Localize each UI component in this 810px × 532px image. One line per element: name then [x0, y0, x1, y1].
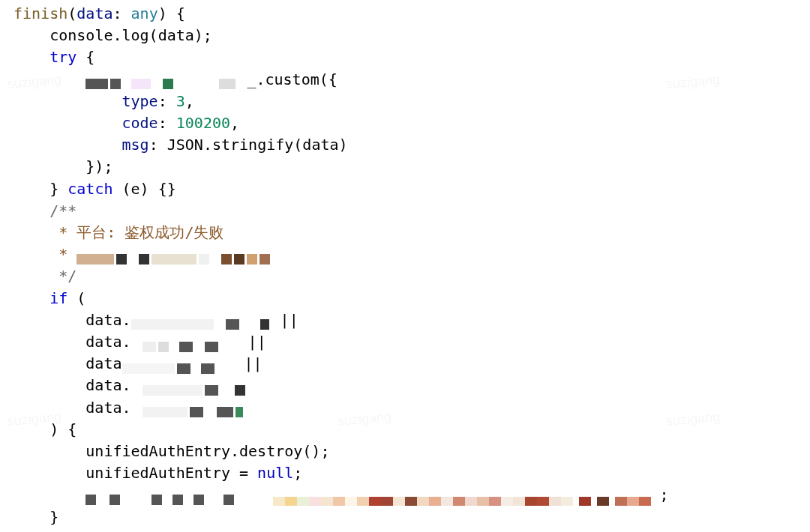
token-brace: { — [76, 48, 94, 66]
code-line-16: data. || — [14, 331, 796, 353]
censored-block — [86, 489, 236, 500]
code-line-13: */ — [14, 265, 796, 287]
code-line-22: unifiedAuthEntry = null; — [14, 462, 796, 484]
token-data: data. — [86, 399, 130, 417]
token-param: data — [76, 4, 112, 22]
token-type: any — [131, 4, 158, 22]
code-line-23: ; — [14, 484, 796, 506]
code-line-9: } catch (e) {} — [14, 178, 796, 200]
censored-block — [131, 380, 248, 390]
token-close: }); — [86, 157, 112, 175]
code-line-18: data. — [14, 375, 796, 396]
censored-block — [131, 336, 239, 347]
token-null: null — [257, 464, 293, 482]
code-line-1: finish(data: any) { — [14, 3, 796, 25]
token-call: JSON.stringify(data) — [167, 136, 348, 154]
token-comment-cn: * 平台: 鉴权成功/失败 — [50, 223, 224, 241]
code-line-24: } — [14, 507, 796, 528]
censored-block — [76, 249, 272, 259]
token-data: data. — [86, 376, 130, 394]
code-line-15: data. || — [14, 309, 796, 331]
code-line-6: code: 100200, — [14, 112, 796, 134]
token-close: ) { — [50, 420, 76, 438]
token-paren: ( — [68, 289, 86, 307]
token-brace: } — [50, 508, 58, 526]
token-prop: type — [122, 92, 158, 110]
token-num: 3 — [176, 92, 185, 110]
token-assign: unifiedAuthEntry = — [86, 464, 257, 482]
token-destroy: unifiedAuthEntry.destroy(); — [86, 442, 329, 460]
token-num: 100200 — [176, 114, 230, 132]
code-block: finish(data: any) { console.log(data); t… — [14, 3, 796, 528]
code-line-20: ) { — [14, 419, 796, 441]
token-or: || — [239, 333, 266, 351]
token-data: data. — [86, 311, 130, 329]
token-or: || — [236, 354, 262, 372]
code-line-8: }); — [14, 156, 796, 178]
censored-block — [122, 358, 236, 369]
code-line-17: data || — [14, 353, 796, 375]
token-console: console.log(data); — [50, 26, 212, 44]
censored-block — [131, 314, 272, 324]
code-line-4: _.custom({ — [14, 69, 796, 91]
token-or: || — [272, 311, 298, 329]
token-comment-prefix: * — [50, 245, 76, 263]
token-finish: finish — [14, 4, 68, 22]
token-semi: ; — [660, 486, 669, 504]
code-line-19: data. — [14, 397, 796, 419]
token-comment: /** — [50, 202, 76, 220]
code-line-14: if ( — [14, 288, 796, 309]
token-custom: .custom({ — [256, 70, 337, 88]
token-try: try — [50, 48, 76, 66]
token-data: data. — [86, 333, 130, 351]
censored-block — [131, 402, 245, 412]
code-line-12: * — [14, 244, 796, 265]
token-if: if — [50, 289, 68, 307]
token-comment: */ — [50, 267, 76, 285]
code-line-10: /** — [14, 200, 796, 222]
token-data: data — [86, 354, 122, 372]
code-line-3: try { — [14, 46, 796, 68]
code-line-5: type: 3, — [14, 91, 796, 112]
code-line-11: * 平台: 鉴权成功/失败 — [14, 222, 796, 244]
censored-block — [86, 73, 238, 84]
token-prop: code — [122, 114, 158, 132]
code-line-21: unifiedAuthEntry.destroy(); — [14, 441, 796, 462]
code-line-7: msg: JSON.stringify(data) — [14, 134, 796, 156]
token-prop: msg — [122, 136, 149, 154]
color-strip — [273, 490, 651, 499]
token-semi: ; — [293, 464, 302, 482]
code-line-2: console.log(data); — [14, 25, 796, 46]
